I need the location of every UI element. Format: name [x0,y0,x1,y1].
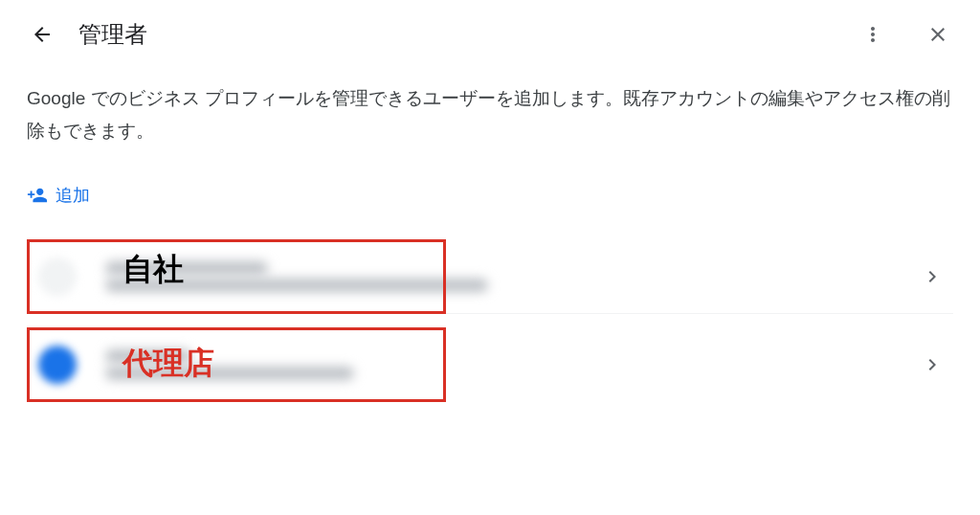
item-content [105,261,942,292]
avatar [38,346,77,384]
more-button[interactable] [854,15,892,54]
page-title: 管理者 [78,19,147,50]
add-button-label: 追加 [56,184,90,207]
header-actions [854,15,957,54]
arrow-back-icon [31,23,54,46]
add-button[interactable]: 追加 [0,174,117,216]
redacted-email [105,279,488,292]
more-vert-icon [861,23,884,46]
redacted-email [105,367,354,380]
manager-item-self[interactable]: 自社 [27,239,953,314]
redacted-name [105,349,191,363]
managers-list: 自社 代理店 [0,216,980,402]
close-icon [926,23,949,46]
redacted-name [105,261,268,275]
description-text: Google でのビジネス プロフィールを管理できるユーザーを追加します。既存ア… [0,69,980,161]
close-button[interactable] [919,15,957,54]
item-content [105,349,942,380]
back-button[interactable] [23,15,61,54]
person-add-icon [27,185,48,206]
avatar [38,258,77,296]
manager-item-agency[interactable]: 代理店 [27,327,953,402]
header: 管理者 [0,0,980,69]
